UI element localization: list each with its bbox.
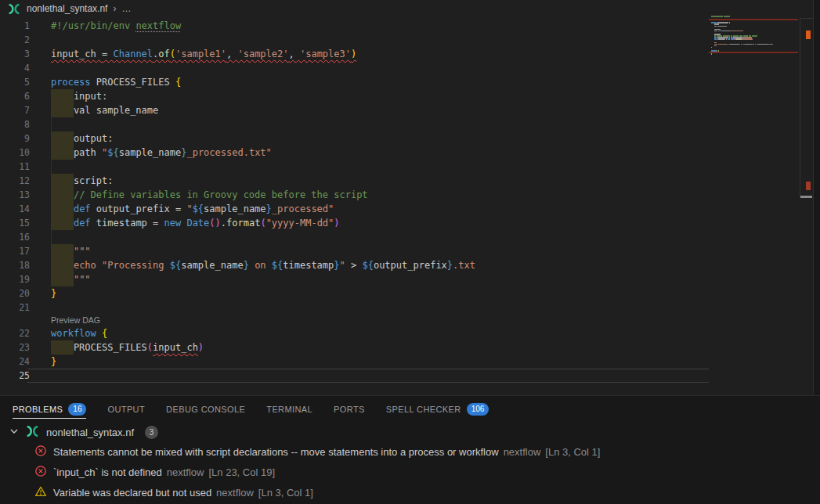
- code-line[interactable]: 25: [0, 369, 813, 383]
- line-number[interactable]: 23: [0, 340, 30, 355]
- panel-tab-debug-console[interactable]: DEBUG CONSOLE: [166, 396, 245, 423]
- code-line[interactable]: 9 output:: [0, 131, 813, 146]
- code-token: }: [51, 356, 56, 367]
- code-line[interactable]: 7 val sample_name: [0, 103, 813, 117]
- problem-item[interactable]: Variable was declared but not usednextfl…: [0, 482, 820, 502]
- code-line[interactable]: 3input_ch = Channel.of('sample1', 'sampl…: [0, 47, 813, 61]
- code-token: input_ch: [153, 342, 198, 353]
- vscode-window: nonlethal_syntax.nf › … 1#!/usr/bin/env …: [0, 0, 820, 504]
- line-number[interactable]: 7: [0, 103, 30, 117]
- code-text: #!/usr/bin/env nextflow: [51, 19, 181, 33]
- line-number[interactable]: 15: [0, 216, 30, 230]
- code-line[interactable]: 5process PROCESS_FILES {: [0, 75, 813, 89]
- line-number[interactable]: 10: [0, 146, 30, 160]
- line-number[interactable]: 9: [0, 131, 30, 146]
- problems-count-badge: 3: [145, 426, 158, 439]
- panel-tab-spell-checker[interactable]: SPELL CHECKER106: [386, 396, 489, 423]
- indent-highlight: [51, 340, 74, 355]
- panel-tab-terminal[interactable]: TERMINAL: [266, 396, 312, 423]
- code-token: #!/usr/bin/env: [51, 20, 135, 31]
- breadcrumb-more[interactable]: …: [121, 3, 131, 14]
- code-token: ,: [226, 49, 237, 59]
- indent-guide: [51, 160, 52, 174]
- code-token: on: [249, 260, 272, 271]
- code-token: ): [351, 49, 356, 59]
- code-line[interactable]: 4: [0, 61, 813, 75]
- chevron-down-icon[interactable]: [8, 425, 20, 440]
- breadcrumb-filename[interactable]: nonlethal_syntax.nf: [27, 3, 107, 14]
- code-line[interactable]: 12 script:: [0, 174, 813, 188]
- code-text: }: [51, 355, 56, 369]
- indent-highlight: [51, 244, 74, 258]
- code-token: }: [266, 203, 272, 214]
- code-token: 'sample2': [237, 49, 288, 59]
- line-number[interactable]: 8: [0, 117, 30, 131]
- code-line[interactable]: 20}: [0, 286, 813, 301]
- line-number[interactable]: 25: [0, 369, 30, 383]
- indent-highlight: [51, 188, 74, 202]
- code-token: .: [221, 218, 226, 229]
- code-token: sample_name: [119, 147, 181, 158]
- code-token: def: [74, 218, 96, 229]
- line-number[interactable]: 2: [0, 33, 30, 47]
- problems-file-group[interactable]: nonlethal_syntax.nf 3: [0, 423, 820, 441]
- code-line[interactable]: 14 def output_prefix = "${sample_name}_p…: [0, 202, 813, 216]
- line-number[interactable]: 12: [0, 174, 30, 188]
- code-token: ): [334, 218, 339, 229]
- code-line[interactable]: 8: [0, 117, 813, 131]
- code-line[interactable]: 2: [0, 33, 813, 47]
- tab-label: TERMINAL: [266, 405, 312, 414]
- code-line[interactable]: 11: [0, 160, 813, 174]
- panel-tab-problems[interactable]: PROBLEMS16: [13, 396, 86, 423]
- code-line[interactable]: 1#!/usr/bin/env nextflow: [0, 19, 813, 33]
- code-line[interactable]: 18 echo "Processing ${sample_name} on ${…: [0, 258, 813, 272]
- code-line[interactable]: 10 path "${sample_name}_processed.txt": [0, 146, 813, 160]
- code-line[interactable]: 13 // Define variables in Groovy code be…: [0, 188, 813, 202]
- line-number[interactable]: 1: [0, 19, 30, 33]
- code-line[interactable]: 21: [0, 301, 813, 315]
- code-token: ${: [107, 147, 118, 158]
- code-text: // Define variables in Groovy code befor…: [51, 188, 368, 202]
- code-line[interactable]: 22workflow {: [0, 326, 813, 340]
- line-number[interactable]: 4: [0, 61, 30, 75]
- line-number[interactable]: 13: [0, 188, 30, 202]
- line-number[interactable]: 11: [0, 160, 30, 174]
- line-number[interactable]: 5: [0, 75, 30, 89]
- error-icon: [34, 445, 47, 459]
- code-token: ${: [170, 260, 181, 271]
- code-line[interactable]: 24}: [0, 355, 813, 369]
- code-token: process: [51, 77, 96, 88]
- line-number[interactable]: 20: [0, 286, 30, 301]
- code-line[interactable]: 23 PROCESS_FILES(input_ch): [0, 340, 813, 355]
- problem-source: nextflow: [216, 487, 254, 499]
- line-number[interactable]: 19: [0, 272, 30, 286]
- problem-item[interactable]: `input_ch` is not definednextflow[Ln 23,…: [0, 462, 820, 482]
- code-editor[interactable]: 1#!/usr/bin/env nextflow23input_ch = Cha…: [0, 17, 813, 383]
- panel-tab-ports[interactable]: PORTS: [334, 396, 365, 423]
- overview-ruler-error-marker: [806, 31, 811, 39]
- tab-badge: 106: [467, 403, 489, 416]
- line-number[interactable]: 6: [0, 89, 30, 103]
- line-number[interactable]: 3: [0, 47, 30, 61]
- line-number[interactable]: 24: [0, 355, 30, 369]
- minimap-line: [709, 55, 798, 56]
- code-token: }: [51, 288, 56, 299]
- codelens-preview-dag[interactable]: Preview DAG: [51, 315, 813, 326]
- code-line[interactable]: 19 """: [0, 272, 813, 286]
- code-line[interactable]: 16: [0, 230, 813, 244]
- line-number[interactable]: 14: [0, 202, 30, 216]
- code-line[interactable]: 6 input:: [0, 89, 813, 103]
- line-number[interactable]: 17: [0, 244, 30, 258]
- code-line[interactable]: 17 """: [0, 244, 813, 258]
- code-token: "yyyy-MM-dd": [266, 218, 334, 229]
- line-number[interactable]: 16: [0, 230, 30, 244]
- code-line[interactable]: 15 def timestamp = new Date().format("yy…: [0, 216, 813, 230]
- minimap[interactable]: [709, 16, 798, 391]
- problem-item[interactable]: Statements cannot be mixed with script d…: [0, 441, 820, 462]
- panel-tab-output[interactable]: OUTPUT: [107, 396, 145, 423]
- overview-ruler-cursor-marker: [800, 196, 812, 198]
- line-number[interactable]: 22: [0, 326, 30, 340]
- line-number[interactable]: 18: [0, 258, 30, 272]
- line-number[interactable]: 21: [0, 301, 30, 315]
- code-token: // Define variables in Groovy code befor…: [74, 189, 368, 200]
